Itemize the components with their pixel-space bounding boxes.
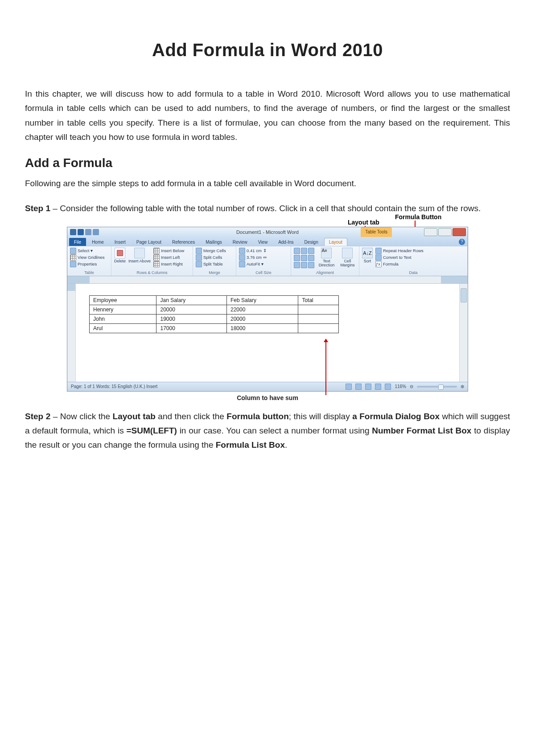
group-rows-columns: Delete Insert Above Insert Below Insert …: [111, 246, 193, 276]
align-tl-icon[interactable]: [294, 248, 300, 254]
ribbon-tabs: File Home Insert Page Layout References …: [67, 237, 468, 246]
callout-column-sum: Column to have sum: [67, 394, 468, 401]
insert-above-button[interactable]: Insert Above: [128, 248, 151, 263]
view-read-icon[interactable]: [355, 384, 362, 390]
status-left: Page: 1 of 1 Words: 15 English (U.K.) In…: [71, 384, 157, 389]
close-button[interactable]: [453, 228, 466, 236]
tab-view[interactable]: View: [253, 238, 273, 246]
group-alignment: A≡Text Direction Cell Margins Alignment: [291, 246, 359, 276]
formula-button[interactable]: ƒxFormula: [375, 261, 424, 267]
merge-cells-button[interactable]: Merge Cells: [196, 248, 233, 254]
step-2-label: Step 2: [25, 412, 50, 421]
tab-layout[interactable]: Layout: [324, 238, 347, 246]
insert-right-button[interactable]: Insert Right: [153, 261, 184, 267]
group-table-label: Table: [70, 270, 108, 276]
table-row: John 19000 20000: [90, 314, 339, 323]
group-table: Select ▾ View Gridlines Properties Table: [67, 246, 111, 276]
tab-file[interactable]: File: [69, 238, 86, 246]
data-table[interactable]: Employee Jan Salary Feb Salary Total Hen…: [89, 295, 339, 333]
table-row: Hennery 20000 22000: [90, 305, 339, 314]
group-cell-size: 0.41 cm ⇕ 3.76 cm ⇔ AutoFit ▾ Cell Size: [236, 246, 291, 276]
col-width-input[interactable]: 3.76 cm ⇔: [239, 254, 288, 261]
align-ml-icon[interactable]: [294, 255, 300, 261]
ribbon: Select ▾ View Gridlines Properties Table…: [67, 246, 468, 276]
text-direction-button[interactable]: A≡Text Direction: [317, 248, 336, 267]
table-header[interactable]: Feb Salary: [227, 295, 298, 305]
view-draft-icon[interactable]: [385, 384, 391, 390]
table-header[interactable]: Employee: [90, 295, 156, 305]
titlebar: Document1 - Microsoft Word Table Tools: [67, 227, 468, 237]
help-icon[interactable]: ?: [459, 239, 465, 245]
align-bc-icon[interactable]: [301, 262, 307, 268]
horizontal-ruler: [67, 276, 468, 284]
section-intro: Following are the simple steps to add fo…: [25, 176, 510, 191]
document-area: Employee Jan Salary Feb Salary Total Hen…: [67, 284, 468, 382]
split-table-button[interactable]: Split Table: [196, 261, 233, 267]
minimize-button[interactable]: [424, 228, 437, 236]
table-row: Arul 17000 18000: [90, 323, 339, 333]
tab-page-layout[interactable]: Page Layout: [132, 238, 166, 246]
group-data-label: Data: [362, 270, 465, 276]
status-bar: Page: 1 of 1 Words: 15 English (U.K.) In…: [67, 382, 468, 391]
view-web-icon[interactable]: [365, 384, 371, 390]
zoom-slider[interactable]: [417, 386, 457, 388]
repeat-header-rows-button[interactable]: Repeat Header Rows: [375, 248, 424, 254]
callout-formula-button: Formula Button: [395, 213, 441, 221]
table-row: Employee Jan Salary Feb Salary Total: [90, 295, 339, 305]
autofit-button[interactable]: AutoFit ▾: [239, 261, 288, 267]
align-mc-icon[interactable]: [301, 255, 307, 261]
tab-review[interactable]: Review: [228, 238, 252, 246]
properties-button[interactable]: Properties: [70, 261, 108, 267]
step-2: Step 2 – Now click the Layout tab and th…: [25, 409, 510, 453]
group-merge: Merge Cells Split Cells Split Table Merg…: [193, 246, 236, 276]
insert-below-button[interactable]: Insert Below: [153, 248, 184, 254]
group-alignment-label: Alignment: [294, 270, 356, 276]
document-sheet[interactable]: Employee Jan Salary Feb Salary Total Hen…: [76, 284, 459, 382]
view-print-icon[interactable]: [346, 384, 352, 390]
view-gridlines-button[interactable]: View Gridlines: [70, 254, 108, 261]
align-bl-icon[interactable]: [294, 262, 300, 268]
split-cells-button[interactable]: Split Cells: [196, 254, 233, 261]
insert-left-button[interactable]: Insert Left: [153, 254, 184, 261]
align-tc-icon[interactable]: [301, 248, 307, 254]
vertical-ruler: [67, 284, 76, 382]
delete-button[interactable]: Delete: [114, 248, 126, 263]
step-1-text: – Consider the following table with the …: [50, 204, 481, 213]
table-header[interactable]: Total: [298, 295, 339, 305]
group-cell-size-label: Cell Size: [239, 270, 288, 276]
word-screenshot: Layout tab Formula Button Document1 - Mi…: [67, 227, 468, 401]
zoom-level[interactable]: 116%: [395, 384, 406, 389]
align-tr-icon[interactable]: [308, 248, 314, 254]
callout-layout-tab: Layout tab: [348, 219, 379, 226]
intro-paragraph: In this chapter, we will discuss how to …: [25, 87, 510, 144]
step-1-label: Step 1: [25, 204, 50, 213]
group-merge-label: Merge: [196, 270, 233, 276]
row-height-input[interactable]: 0.41 cm ⇕: [239, 248, 288, 254]
tab-insert[interactable]: Insert: [110, 238, 131, 246]
word-window: Document1 - Microsoft Word Table Tools ?…: [67, 227, 468, 392]
tab-design[interactable]: Design: [300, 238, 323, 246]
sort-button[interactable]: A↓ZSort: [362, 248, 373, 263]
align-mr-icon[interactable]: [308, 255, 314, 261]
group-data: A↓ZSort Repeat Header Rows Convert to Te…: [359, 246, 468, 276]
page-title: Add Formula in Word 2010: [25, 40, 510, 60]
table-tools-label: Table Tools: [361, 227, 392, 237]
select-button[interactable]: Select ▾: [70, 248, 108, 254]
tab-addins[interactable]: Add-Ins: [273, 238, 298, 246]
tab-home[interactable]: Home: [87, 238, 109, 246]
cell-margins-button[interactable]: Cell Margins: [339, 248, 356, 267]
group-rows-columns-label: Rows & Columns: [114, 270, 190, 276]
section-heading: Add a Formula: [25, 156, 510, 170]
document-title: Document1 - Microsoft Word: [67, 229, 468, 235]
align-br-icon[interactable]: [308, 262, 314, 268]
tab-references[interactable]: References: [167, 238, 200, 246]
tab-mailings[interactable]: Mailings: [201, 238, 227, 246]
table-header[interactable]: Jan Salary: [156, 295, 227, 305]
vertical-scrollbar[interactable]: [459, 284, 468, 382]
maximize-button[interactable]: [438, 228, 452, 236]
arrow-column-icon: [325, 342, 326, 395]
convert-to-text-button[interactable]: Convert to Text: [375, 254, 424, 261]
view-outline-icon[interactable]: [375, 384, 381, 390]
